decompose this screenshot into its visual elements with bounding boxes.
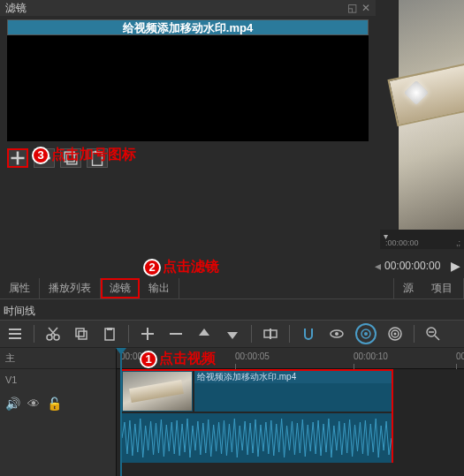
svg-rect-20 — [170, 333, 182, 335]
svg-rect-22 — [270, 329, 271, 339]
prev-frame-icon[interactable]: ◂ — [375, 259, 381, 273]
tab-filters[interactable]: 滤镜 — [101, 278, 140, 298]
svg-point-26 — [364, 332, 368, 336]
svg-rect-19 — [141, 333, 154, 335]
play-icon[interactable]: ▶ — [451, 259, 460, 273]
separator — [128, 325, 129, 343]
hide-icon[interactable]: 👁 — [27, 397, 40, 411]
master-track-label[interactable]: 主 — [0, 348, 116, 369]
svg-line-31 — [435, 336, 439, 340]
svg-point-29 — [394, 333, 397, 336]
scrub-icon[interactable] — [327, 324, 346, 344]
svg-rect-5 — [93, 152, 103, 165]
svg-rect-7 — [9, 329, 21, 330]
close-icon[interactable]: ✕ — [361, 4, 370, 12]
clip-video-body — [194, 383, 392, 412]
svg-rect-4 — [67, 155, 77, 164]
copy-filter-button[interactable] — [60, 148, 81, 168]
time-ruler[interactable]: 00:00:00 00:00:05 00:00:10 00 — [117, 348, 464, 369]
svg-rect-14 — [76, 329, 84, 336]
ruler-tick: 00:00:10 — [354, 351, 388, 361]
ruler-tick: 00 — [456, 351, 464, 361]
svg-rect-2 — [38, 157, 50, 160]
svg-rect-3 — [65, 152, 74, 162]
timeline-area: 主 V1 🔊 👁 🔓 00:00:00 00:00:05 00:00:10 00… — [0, 348, 464, 476]
zoom-out-icon[interactable] — [423, 324, 443, 344]
svg-rect-8 — [9, 333, 21, 335]
svg-rect-1 — [11, 157, 25, 160]
lift-icon[interactable] — [194, 324, 214, 344]
timeline-tracks[interactable]: 00:00:00 00:00:05 00:00:10 00 给视频添加移动水印.… — [117, 348, 464, 476]
mute-icon[interactable]: 🔊 — [5, 397, 20, 411]
scrubber-time-start: :00:00:00 — [385, 238, 419, 247]
svg-rect-15 — [79, 331, 87, 339]
timecode-display[interactable]: 00:00:00:00 — [384, 260, 447, 272]
filter-panel: 滤镜 ◱ ✕ 给视频添加移动水印.mp4 — [0, 0, 376, 175]
filter-toolbar — [0, 141, 376, 175]
lock-icon[interactable]: 🔓 — [47, 397, 62, 411]
preview-timecode-bar: ◂ 00:00:00:00 ▶ — [371, 254, 464, 277]
tab-source[interactable]: 源 — [393, 278, 422, 298]
add-filter-button[interactable] — [7, 148, 28, 168]
window-buttons: ◱ ✕ — [347, 4, 370, 12]
scrubber-separator: ,; — [456, 238, 460, 247]
ruler-tick: 00:00:05 — [235, 351, 270, 361]
overwrite-icon[interactable] — [223, 324, 242, 344]
cut-icon[interactable] — [43, 324, 63, 344]
remove-icon[interactable] — [166, 324, 186, 344]
menu-icon[interactable] — [5, 324, 25, 344]
playhead[interactable] — [120, 348, 122, 476]
paste-filter-button[interactable] — [87, 148, 108, 168]
append-icon[interactable] — [138, 324, 157, 344]
preview-scrubber[interactable]: :00:00:00 ,; — [380, 230, 464, 249]
track-controls: 🔊 👁 🔓 — [5, 397, 62, 411]
tab-project[interactable]: 项目 — [422, 278, 464, 298]
timeline-toolbar — [0, 320, 464, 348]
split-icon[interactable] — [261, 324, 280, 344]
panel-tabs: 属性 播放列表 滤镜 输出 源 项目 — [0, 278, 464, 299]
annotation-2: 2 点击滤镜 — [143, 258, 219, 276]
svg-rect-6 — [95, 151, 100, 154]
video-preview[interactable] — [398, 0, 464, 230]
timeline-title: 时间线 — [4, 304, 35, 319]
video-clip[interactable]: 给视频添加移动水印.mp4 — [120, 369, 393, 463]
remove-filter-button[interactable] — [34, 148, 55, 168]
track-v1-label[interactable]: V1 — [5, 374, 17, 385]
panel-header: 滤镜 ◱ ✕ — [0, 0, 376, 16]
clip-waveform — [122, 413, 392, 463]
track-header-column: 主 V1 🔊 👁 🔓 — [0, 348, 117, 476]
file-title-bar[interactable]: 给视频添加移动水印.mp4 — [7, 19, 369, 35]
panel-title: 滤镜 — [5, 1, 27, 16]
svg-point-24 — [335, 332, 338, 336]
copy-icon[interactable] — [72, 324, 91, 344]
separator — [289, 325, 290, 343]
separator — [251, 325, 252, 343]
annotation-text: 点击滤镜 — [163, 258, 219, 276]
dock-icon[interactable]: ◱ — [347, 4, 356, 12]
svg-point-11 — [54, 335, 59, 340]
tab-playlist[interactable]: 播放列表 — [40, 278, 101, 298]
paste-icon[interactable] — [100, 324, 119, 344]
ripple-icon[interactable] — [355, 323, 377, 344]
ripple-all-icon[interactable] — [385, 324, 405, 344]
clip-label: 给视频添加移动水印.mp4 — [194, 371, 392, 383]
svg-point-10 — [47, 335, 52, 340]
filter-preview-area — [7, 35, 369, 141]
clip-thumbnail — [122, 371, 193, 412]
annotation-badge: 2 — [143, 259, 161, 276]
separator — [414, 325, 415, 343]
svg-rect-9 — [9, 337, 21, 339]
snap-icon[interactable] — [299, 324, 318, 344]
tab-export[interactable]: 输出 — [140, 278, 179, 298]
tab-properties[interactable]: 属性 — [0, 278, 40, 298]
svg-rect-17 — [107, 328, 112, 330]
separator — [34, 325, 34, 343]
